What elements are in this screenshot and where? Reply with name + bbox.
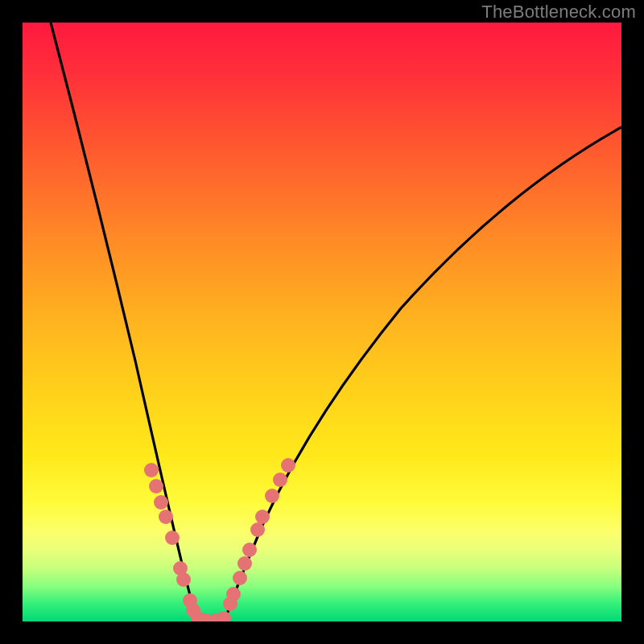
data-marker — [149, 479, 163, 493]
data-marker — [255, 510, 270, 524]
data-marker — [165, 530, 180, 545]
watermark-text: TheBottleneck.com — [481, 2, 636, 23]
data-marker — [237, 556, 252, 571]
data-marker — [250, 522, 265, 537]
right-branch-curve — [225, 127, 621, 618]
chart-frame: TheBottleneck.com — [0, 0, 644, 644]
data-marker — [242, 543, 257, 557]
marker-group — [144, 458, 295, 621]
data-marker — [265, 489, 279, 503]
data-marker — [273, 473, 287, 487]
curve-layer — [23, 23, 621, 621]
data-marker — [176, 572, 191, 587]
data-marker — [217, 611, 231, 621]
data-marker — [233, 571, 247, 585]
left-branch-curve — [51, 23, 196, 618]
data-marker — [159, 510, 173, 524]
data-marker — [226, 587, 241, 601]
plot-area — [23, 23, 621, 621]
data-marker — [281, 458, 295, 473]
data-marker — [144, 463, 159, 477]
data-marker — [154, 495, 168, 510]
